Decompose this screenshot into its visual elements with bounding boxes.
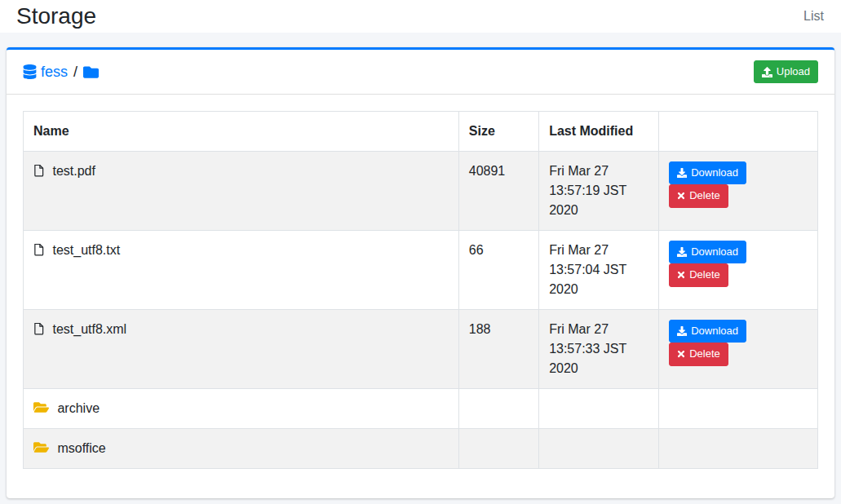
card-body: Name Size Last Modified test.pdf 40891 F… [7, 95, 834, 498]
item-size [458, 389, 538, 429]
upload-icon [762, 67, 772, 77]
page-root: Storage List fess / [0, 0, 841, 504]
table-row: test_utf8.xml 188 Fri Mar 27 13:57:33 JS… [24, 310, 818, 389]
delete-button[interactable]: Delete [669, 343, 728, 365]
delete-x-icon [677, 191, 685, 201]
name-cell: test_utf8.xml [24, 310, 459, 389]
item-modified: Fri Mar 27 13:57:04 JST 2020 [539, 231, 659, 310]
delete-button-label: Delete [689, 188, 720, 203]
delete-button[interactable]: Delete [669, 263, 728, 286]
download-button-label: Download [691, 324, 738, 338]
column-header-last-modified: Last Modified [539, 112, 659, 152]
delete-button-label: Delete [689, 267, 720, 282]
storage-card: fess / Upload [7, 47, 834, 498]
item-modified [539, 429, 659, 469]
column-header-actions [659, 112, 818, 152]
storage-table: Name Size Last Modified test.pdf 40891 F… [23, 111, 818, 469]
content-area: fess / Upload [0, 33, 841, 504]
actions-cell: Download Delete [659, 310, 818, 389]
download-icon [677, 168, 687, 178]
breadcrumb-separator: / [72, 64, 79, 81]
download-icon [677, 247, 687, 257]
card-header: fess / Upload [7, 50, 834, 95]
actions-cell: Download Delete [659, 152, 818, 231]
table-row: archive Download Delete [24, 389, 818, 429]
folder-icon[interactable] [83, 64, 99, 80]
file-icon [33, 322, 44, 335]
upload-button-label: Upload [777, 64, 810, 79]
breadcrumb: fess / [23, 64, 99, 81]
folder-open-icon [33, 440, 49, 454]
column-header-size: Size [458, 112, 538, 152]
column-header-name: Name [24, 112, 459, 152]
database-icon [23, 64, 37, 79]
folder-open-icon [33, 400, 49, 414]
table-body: test.pdf 40891 Fri Mar 27 13:57:19 JST 2… [24, 152, 818, 469]
item-size: 66 [458, 231, 538, 310]
file-icon [33, 243, 44, 256]
table-row: test.pdf 40891 Fri Mar 27 13:57:19 JST 2… [24, 152, 818, 231]
breadcrumb-bucket-link[interactable]: fess [41, 64, 68, 81]
content-header: Storage List [0, 0, 841, 33]
download-button[interactable]: Download [669, 161, 746, 184]
item-name[interactable]: msoffice [57, 441, 105, 455]
table-row: msoffice Download Delete [24, 429, 818, 469]
download-button-label: Download [691, 166, 738, 180]
name-cell: archive [24, 389, 459, 429]
delete-button-label: Delete [689, 347, 720, 361]
delete-x-icon [677, 270, 685, 280]
actions-cell: Download Delete [659, 389, 818, 429]
page-title: Storage [16, 2, 96, 30]
upload-button[interactable]: Upload [754, 60, 818, 83]
table-row: test_utf8.txt 66 Fri Mar 27 13:57:04 JST… [24, 231, 818, 310]
download-icon [677, 326, 687, 336]
table-header-row: Name Size Last Modified [24, 112, 818, 152]
item-size: 188 [458, 310, 538, 389]
item-modified [539, 389, 659, 429]
delete-x-icon [677, 349, 685, 359]
file-icon [33, 164, 44, 177]
name-cell: msoffice [24, 429, 459, 469]
item-modified: Fri Mar 27 13:57:19 JST 2020 [539, 152, 659, 231]
download-button-label: Download [691, 245, 738, 259]
item-modified: Fri Mar 27 13:57:33 JST 2020 [539, 310, 659, 389]
download-button[interactable]: Download [669, 320, 746, 343]
actions-cell: Download Delete [659, 429, 818, 469]
item-name[interactable]: archive [57, 401, 100, 415]
item-name: test.pdf [52, 164, 95, 178]
item-name: test_utf8.txt [52, 243, 120, 257]
item-size: 40891 [458, 152, 538, 231]
actions-cell: Download Delete [659, 231, 818, 310]
item-name: test_utf8.xml [52, 322, 126, 336]
name-cell: test_utf8.txt [24, 231, 459, 310]
download-button[interactable]: Download [669, 241, 746, 263]
name-cell: test.pdf [24, 152, 459, 231]
item-size [458, 429, 538, 469]
delete-button[interactable]: Delete [669, 184, 728, 207]
view-list-label[interactable]: List [803, 9, 824, 24]
